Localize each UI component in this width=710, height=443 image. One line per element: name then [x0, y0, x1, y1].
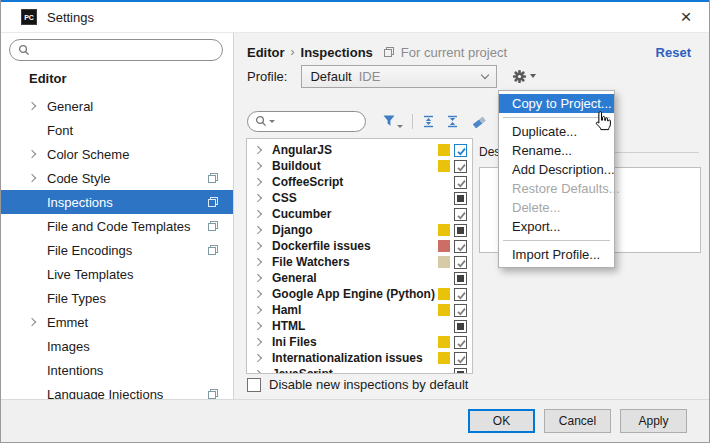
- profile-value: Default: [310, 69, 351, 84]
- inspection-checkbox[interactable]: [454, 352, 467, 365]
- inspection-group-row[interactable]: Cucumber: [247, 206, 472, 222]
- cancel-button[interactable]: Cancel: [544, 409, 611, 433]
- collapse-all-button[interactable]: [446, 115, 459, 128]
- chevron-right-icon[interactable]: [255, 291, 269, 297]
- filter-button[interactable]: [382, 114, 403, 128]
- inspection-checkbox[interactable]: [454, 208, 467, 221]
- inspections-search-input[interactable]: [247, 111, 366, 132]
- chevron-right-icon[interactable]: [255, 195, 269, 201]
- menu-item-label: Import Profile...: [512, 247, 600, 262]
- reset-filter-button[interactable]: [472, 115, 487, 128]
- menu-item[interactable]: Rename...: [499, 141, 614, 160]
- inspection-checkbox[interactable]: [454, 192, 467, 205]
- search-icon: [255, 115, 267, 127]
- inspection-checkbox[interactable]: [454, 224, 467, 237]
- chevron-right-icon[interactable]: [255, 163, 269, 169]
- ok-button[interactable]: OK: [468, 409, 535, 433]
- menu-item[interactable]: Export...: [499, 217, 614, 236]
- sidebar-item[interactable]: File Types: [1, 286, 233, 310]
- profile-row: Profile: Default IDE: [247, 64, 536, 88]
- inspection-checkbox[interactable]: [454, 256, 467, 269]
- chevron-right-icon[interactable]: [255, 275, 269, 281]
- menu-item[interactable]: Import Profile...: [499, 245, 614, 264]
- inspection-checkbox[interactable]: [454, 272, 467, 285]
- inspection-group-row[interactable]: CSS: [247, 190, 472, 206]
- inspection-group-row[interactable]: Haml: [247, 302, 472, 318]
- reset-link[interactable]: Reset: [656, 45, 691, 60]
- inspection-group-row[interactable]: HTML: [247, 318, 472, 334]
- inspection-checkbox[interactable]: [454, 368, 467, 375]
- menu-item-label: Delete...: [512, 200, 560, 215]
- chevron-right-icon[interactable]: [255, 211, 269, 217]
- close-icon[interactable]: ×: [663, 2, 709, 32]
- sidebar-item[interactable]: Images: [1, 334, 233, 358]
- checkmark-icon: [455, 161, 468, 174]
- sidebar-item[interactable]: Emmet: [1, 310, 233, 334]
- sidebar-item[interactable]: General: [1, 94, 233, 118]
- inspection-checkbox[interactable]: [454, 288, 467, 301]
- chevron-right-icon[interactable]: [29, 175, 47, 181]
- chevron-right-icon[interactable]: [255, 323, 269, 329]
- inspection-checkbox[interactable]: [454, 240, 467, 253]
- shared-settings-icon: [207, 196, 219, 211]
- inspection-checkbox[interactable]: [454, 304, 467, 317]
- chevron-right-icon[interactable]: [255, 259, 269, 265]
- inspection-group-row[interactable]: JavaScript: [247, 366, 472, 374]
- chevron-right-icon[interactable]: [255, 355, 269, 361]
- profile-actions-button[interactable]: [512, 69, 536, 84]
- inspection-group-row[interactable]: File Watchers: [247, 254, 472, 270]
- sidebar-item[interactable]: Font: [1, 118, 233, 142]
- inspection-group-row[interactable]: Buildout: [247, 158, 472, 174]
- expand-all-icon: [422, 115, 435, 128]
- pycharm-logo-icon: PC: [21, 9, 37, 25]
- settings-search-input[interactable]: [9, 39, 223, 61]
- profile-combobox[interactable]: Default IDE: [301, 65, 497, 88]
- menu-item[interactable]: Add Description...: [499, 160, 614, 179]
- inspection-group-row[interactable]: AngularJS: [247, 142, 472, 158]
- checkmark-icon: [455, 145, 468, 158]
- chevron-right-icon[interactable]: [29, 151, 47, 157]
- inspection-checkbox[interactable]: [454, 320, 467, 333]
- disable-new-inspections-checkbox[interactable]: [247, 378, 261, 392]
- inspection-group-row[interactable]: Ini Files: [247, 334, 472, 350]
- inspection-group-row[interactable]: Django: [247, 222, 472, 238]
- title-bar: PC Settings ×: [1, 2, 709, 32]
- inspection-group-row[interactable]: CoffeeScript: [247, 174, 472, 190]
- sidebar-item[interactable]: File Encodings: [1, 238, 233, 262]
- inspection-group-name: CoffeeScript: [272, 175, 343, 189]
- apply-button[interactable]: Apply: [620, 409, 687, 433]
- menu-item-label: Restore Defaults...: [512, 181, 620, 196]
- search-icon: [18, 44, 30, 56]
- inspection-group-name: AngularJS: [272, 143, 332, 157]
- breadcrumb-editor[interactable]: Editor: [247, 45, 285, 60]
- inspections-tree[interactable]: AngularJS Buildout: [246, 138, 473, 374]
- inspection-checkbox[interactable]: [454, 144, 467, 157]
- inspection-checkbox[interactable]: [454, 336, 467, 349]
- sidebar-item-label: File Types: [47, 291, 106, 306]
- chevron-right-icon[interactable]: [255, 339, 269, 345]
- inspection-checkbox[interactable]: [454, 176, 467, 189]
- inspection-group-row[interactable]: Internationalization issues: [247, 350, 472, 366]
- disable-new-inspections-label: Disable new inspections by default: [269, 377, 468, 392]
- sidebar-item[interactable]: Color Scheme: [1, 142, 233, 166]
- sidebar-item[interactable]: File and Code Templates: [1, 214, 233, 238]
- chevron-right-icon[interactable]: [29, 103, 47, 109]
- chevron-right-icon[interactable]: [255, 371, 269, 374]
- inspection-group-row[interactable]: Dockerfile issues: [247, 238, 472, 254]
- chevron-right-icon[interactable]: [255, 307, 269, 313]
- chevron-right-icon[interactable]: [255, 179, 269, 185]
- inspection-group-row[interactable]: General: [247, 270, 472, 286]
- chevron-right-icon[interactable]: [29, 319, 47, 325]
- inspection-group-row[interactable]: Google App Engine (Python): [247, 286, 472, 302]
- inspection-checkbox[interactable]: [454, 160, 467, 173]
- breadcrumb-inspections: Inspections: [301, 45, 373, 60]
- sidebar-item[interactable]: Code Style: [1, 166, 233, 190]
- sidebar-item-label: Code Style: [47, 171, 111, 186]
- sidebar-item[interactable]: Live Templates: [1, 262, 233, 286]
- chevron-right-icon[interactable]: [255, 147, 269, 153]
- chevron-right-icon[interactable]: [255, 227, 269, 233]
- sidebar-item[interactable]: Inspections: [1, 190, 233, 214]
- chevron-right-icon[interactable]: [255, 243, 269, 249]
- sidebar-item[interactable]: Intentions: [1, 358, 233, 382]
- expand-all-button[interactable]: [422, 115, 435, 128]
